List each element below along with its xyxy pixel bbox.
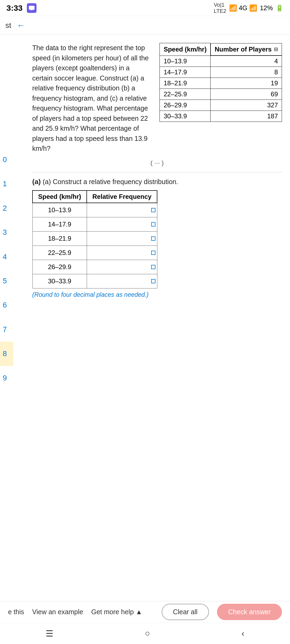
back-button[interactable]: ← [17,20,25,30]
answer-freq-cell[interactable] [87,246,157,260]
nav-bar: st ← [0,16,290,35]
input-highlight-5 [151,279,155,283]
view-example-link[interactable]: View an example [32,608,83,616]
answer-freq-input-4[interactable] [106,262,138,272]
signal-text: Vo|1LTE2 [214,2,226,14]
android-home-icon[interactable]: ○ [145,628,150,638]
answer-col-freq: Relative Frequency [87,191,157,203]
answer-speed-cell: 14–17.9 [32,217,87,231]
data-speed-cell: 30–33.9 [160,111,211,122]
sidebar-num-5[interactable]: 5 [0,269,13,293]
answer-freq-cell[interactable] [87,231,157,246]
data-speed-cell: 26–29.9 [160,100,211,111]
answer-speed-cell: 18–21.9 [32,231,87,246]
answer-freq-input-3[interactable] [106,248,138,258]
get-more-help-link[interactable]: Get more help ▲ [91,608,142,616]
problem-section: The data to the right represent the top … [32,43,282,154]
data-count-cell: 69 [211,89,282,100]
data-count-cell: 327 [211,100,282,111]
part-a-label: (a) (a) Construct a relative frequency d… [32,178,282,186]
data-table-row: 30–33.9 187 [160,111,282,122]
input-highlight-2 [151,236,155,241]
sidebar-num-7[interactable]: 7 [0,317,13,342]
data-table-container: Speed (km/hr) Number of Players ⊟ 10–13.… [160,43,282,154]
answer-freq-input-2[interactable] [106,234,138,243]
input-highlight-4 [151,265,155,269]
status-left: 3:33 [6,3,37,13]
answer-speed-cell: 30–33.9 [32,274,87,288]
data-col-players: Number of Players ⊟ [211,43,282,56]
status-right: Vo|1LTE2 📶 4G 📶 12% 🔋 [214,2,284,14]
data-count-cell: 4 [211,56,282,67]
divider [32,172,282,172]
check-answer-button[interactable]: Check answer [217,604,282,620]
answer-col-speed: Speed (km/hr) [32,191,87,203]
sidebar-num-2[interactable]: 2 [0,196,13,220]
answer-table-row: 30–33.9 [32,274,157,288]
scroll-space [32,298,282,540]
sidebar-num-4[interactable]: 4 [0,245,13,269]
input-highlight-0 [151,208,155,212]
sidebar-num-1[interactable]: 1 [0,172,13,196]
problem-description: The data to the right represent the top … [32,43,151,154]
answer-freq-input-0[interactable] [106,205,138,215]
data-count-cell: 19 [211,78,282,89]
answer-freq-cell[interactable] [87,217,157,231]
android-menu-icon[interactable]: ☰ [46,628,53,639]
clear-all-button[interactable]: Clear all [162,604,209,620]
sidebar-num-0[interactable]: 0 [0,148,13,172]
sidebar-num-9[interactable]: 9 [0,366,13,390]
answer-table-row: 14–17.9 [32,217,157,231]
part-a-section: (a) (a) Construct a relative frequency d… [32,178,282,298]
answer-speed-cell: 10–13.9 [32,203,87,217]
data-count-cell: 8 [211,67,282,78]
answer-table-row: 26–29.9 [32,260,157,274]
answer-freq-cell[interactable] [87,203,157,217]
bottom-action-bar: e this View an example Get more help ▲ C… [0,601,290,623]
input-highlight-1 [151,222,155,226]
android-nav-bar: ☰ ○ ‹ [0,623,290,644]
answer-table-body: 10–13.9 14–17.9 18–21.9 22–25.9 [32,203,157,288]
input-highlight-3 [151,251,155,255]
status-bar: 3:33 Vo|1LTE2 📶 4G 📶 12% 🔋 [0,0,290,16]
main-content: The data to the right represent the top … [32,35,290,548]
message-icon [27,3,37,13]
sidebar-num-8[interactable]: 8 [0,342,13,366]
answer-speed-cell: 22–25.9 [32,246,87,260]
nav-title-partial: st [5,21,11,30]
data-table-row: 18–21.9 19 [160,78,282,89]
e-this-link[interactable]: e this [8,608,24,616]
data-speed-cell: 14–17.9 [160,67,211,78]
answer-table-row: 18–21.9 [32,231,157,246]
sidebar-numbers: 0 1 2 3 4 5 6 7 8 9 [0,148,13,390]
data-count-cell: 187 [211,111,282,122]
answer-speed-cell: 26–29.9 [32,260,87,274]
status-time: 3:33 [6,3,23,13]
problem-text-content: The data to the right represent the top … [32,44,149,152]
data-table-row: 10–13.9 4 [160,56,282,67]
data-speed-cell: 10–13.9 [160,56,211,67]
svg-marker-1 [31,10,33,10]
answer-table: Speed (km/hr) Relative Frequency 10–13.9… [32,190,157,288]
answer-freq-input-1[interactable] [106,219,138,229]
data-col-speed: Speed (km/hr) [160,43,211,56]
svg-rect-0 [29,6,34,10]
battery-text: 12% [260,4,273,12]
signal-bars-4g: 📶 4G 📶 [229,4,257,12]
round-note: (Round to four decimal places as needed.… [32,291,282,298]
answer-freq-cell[interactable] [87,274,157,288]
expand-icon[interactable]: ⊟ [274,46,278,52]
data-speed-cell: 22–25.9 [160,89,211,100]
sidebar-num-6[interactable]: 6 [0,293,13,317]
answer-table-row: 22–25.9 [32,246,157,260]
answer-freq-cell[interactable] [87,260,157,274]
battery-icon: 🔋 [276,4,284,12]
android-back-icon[interactable]: ‹ [241,628,244,638]
dots-indicator: ( ··· ) [32,159,282,167]
answer-table-row: 10–13.9 [32,203,157,217]
data-table: Speed (km/hr) Number of Players ⊟ 10–13.… [160,43,282,122]
sidebar-num-3[interactable]: 3 [0,220,13,244]
data-table-row: 14–17.9 8 [160,67,282,78]
answer-freq-input-5[interactable] [106,276,138,286]
data-table-row: 22–25.9 69 [160,89,282,100]
